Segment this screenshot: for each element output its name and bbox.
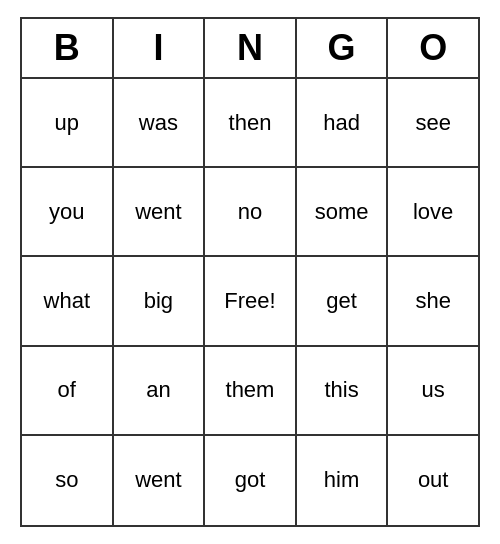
header-letter-n: N — [205, 19, 297, 79]
bingo-cell-4-0: so — [22, 436, 114, 525]
bingo-cell-4-4: out — [388, 436, 478, 525]
bingo-cell-1-0: you — [22, 168, 114, 257]
bingo-cell-4-3: him — [297, 436, 389, 525]
bingo-row-0: upwasthenhadsee — [22, 79, 478, 168]
bingo-cell-2-2: Free! — [205, 257, 297, 346]
bingo-cell-3-2: them — [205, 347, 297, 436]
bingo-cell-2-0: what — [22, 257, 114, 346]
bingo-header: BINGO — [22, 19, 478, 79]
header-letter-g: G — [297, 19, 389, 79]
header-letter-b: B — [22, 19, 114, 79]
bingo-row-3: ofanthemthisus — [22, 347, 478, 436]
bingo-cell-1-4: love — [388, 168, 478, 257]
bingo-body: upwasthenhadseeyouwentnosomelovewhatbigF… — [22, 79, 478, 525]
bingo-cell-2-1: big — [114, 257, 206, 346]
bingo-cell-0-1: was — [114, 79, 206, 168]
bingo-row-1: youwentnosomelove — [22, 168, 478, 257]
bingo-cell-4-2: got — [205, 436, 297, 525]
bingo-cell-2-3: get — [297, 257, 389, 346]
header-letter-i: I — [114, 19, 206, 79]
bingo-cell-0-4: see — [388, 79, 478, 168]
bingo-cell-0-3: had — [297, 79, 389, 168]
bingo-row-4: sowentgothimout — [22, 436, 478, 525]
bingo-cell-1-2: no — [205, 168, 297, 257]
bingo-cell-4-1: went — [114, 436, 206, 525]
bingo-cell-0-0: up — [22, 79, 114, 168]
bingo-cell-0-2: then — [205, 79, 297, 168]
header-letter-o: O — [388, 19, 478, 79]
bingo-cell-1-3: some — [297, 168, 389, 257]
bingo-cell-2-4: she — [388, 257, 478, 346]
bingo-cell-3-4: us — [388, 347, 478, 436]
bingo-cell-3-1: an — [114, 347, 206, 436]
bingo-cell-3-3: this — [297, 347, 389, 436]
bingo-card: BINGO upwasthenhadseeyouwentnosomelovewh… — [20, 17, 480, 527]
bingo-row-2: whatbigFree!getshe — [22, 257, 478, 346]
bingo-cell-1-1: went — [114, 168, 206, 257]
bingo-cell-3-0: of — [22, 347, 114, 436]
